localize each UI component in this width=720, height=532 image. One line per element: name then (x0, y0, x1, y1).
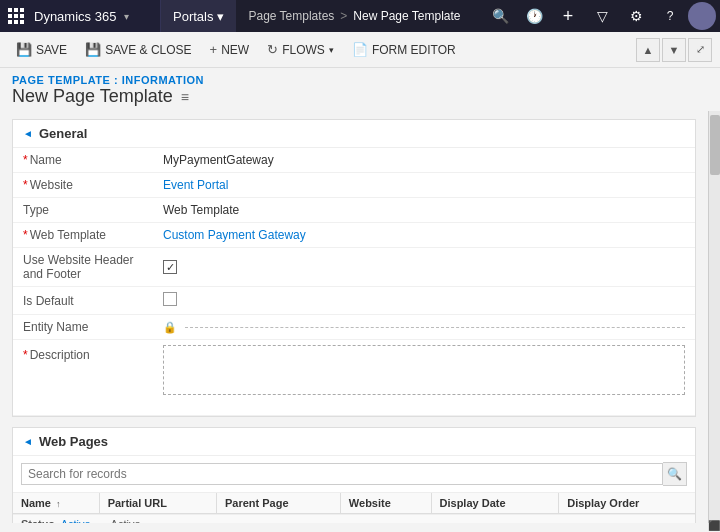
page-header: PAGE TEMPLATE : INFORMATION New Page Tem… (0, 68, 720, 111)
status-row: Status Active Active (13, 514, 695, 523)
page-title-row: New Page Template ≡ (12, 86, 708, 107)
type-value: Web Template (163, 203, 239, 217)
web-pages-title: Web Pages (39, 434, 108, 449)
field-name-row: *Name MyPaymentGateway (13, 148, 695, 173)
new-icon: + (210, 42, 218, 57)
web-template-link[interactable]: Custom Payment Gateway (163, 228, 306, 242)
page-title: New Page Template (12, 86, 173, 107)
add-nav-icon[interactable]: + (552, 0, 584, 32)
field-type-row: Type Web Template (13, 198, 695, 223)
required-star: * (23, 153, 28, 167)
save-close-button[interactable]: 💾 SAVE & CLOSE (77, 36, 199, 64)
main-content: ◄ General *Name MyPaymentGateway (0, 111, 720, 523)
history-nav-icon[interactable]: 🕐 (518, 0, 550, 32)
breadcrumb-page-templates[interactable]: Page Templates (248, 9, 334, 23)
general-section-arrow: ◄ (23, 128, 33, 139)
field-description-value (153, 340, 695, 416)
flows-button[interactable]: ↻ FLOWS ▾ (259, 36, 342, 64)
website-link[interactable]: Event Portal (163, 178, 228, 192)
portals-label: Portals (173, 9, 213, 24)
field-entity-name-label: Entity Name (13, 315, 153, 340)
col-display-date-label: Display Date (440, 497, 506, 509)
app-name: Dynamics 365 (34, 9, 116, 24)
general-section-header[interactable]: ◄ General (13, 120, 695, 148)
col-display-order-header[interactable]: Display Order (559, 493, 695, 514)
description-textarea[interactable] (163, 345, 685, 395)
app-launcher[interactable]: Dynamics 365 ▾ (0, 0, 160, 32)
breadcrumb-current: New Page Template (353, 9, 460, 23)
new-label: NEW (221, 43, 249, 57)
expand-button[interactable]: ⤢ (688, 38, 712, 62)
nav-right-icons: 🔍 🕐 + ▽ ⚙ ? (484, 0, 720, 32)
web-pages-header[interactable]: ◄ Web Pages (13, 428, 695, 456)
filter-nav-icon[interactable]: ▽ (586, 0, 618, 32)
field-web-template-label: *Web Template (13, 223, 153, 248)
form-editor-label: FORM EDITOR (372, 43, 456, 57)
field-header-footer-value: ✓ (153, 248, 695, 287)
save-button[interactable]: 💾 SAVE (8, 36, 75, 64)
web-pages-section: ◄ Web Pages 🔍 Name ↑ Partial URL (12, 427, 696, 523)
search-button[interactable]: 🔍 (663, 462, 687, 486)
field-description-row: *Description (13, 340, 695, 416)
user-avatar[interactable] (688, 2, 716, 30)
entity-type-prefix: PAGE TEMPLATE : (12, 74, 122, 86)
breadcrumb-separator: > (340, 9, 347, 23)
field-website-label: *Website (13, 173, 153, 198)
portals-chevron: ▾ (217, 9, 224, 24)
field-web-template-value: Custom Payment Gateway (153, 223, 695, 248)
field-name-label: *Name (13, 148, 153, 173)
col-parent-page-header[interactable]: Parent Page (216, 493, 340, 514)
col-name-header[interactable]: Name ↑ (13, 493, 99, 514)
new-button[interactable]: + NEW (202, 36, 258, 64)
name-value: MyPaymentGateway (163, 153, 274, 167)
field-type-value: Web Template (153, 198, 695, 223)
field-description-label: *Description (13, 340, 153, 416)
field-entity-name-value: 🔒 (153, 315, 695, 340)
col-parent-page-label: Parent Page (225, 497, 289, 509)
field-website-value: Event Portal (153, 173, 695, 198)
settings-nav-icon[interactable]: ⚙ (620, 0, 652, 32)
header-footer-checkbox[interactable]: ✓ (163, 260, 177, 274)
required-star-4: * (23, 348, 28, 362)
scroll-track[interactable] (708, 111, 720, 523)
entity-name-row: 🔒 (163, 321, 685, 334)
col-website-header[interactable]: Website (340, 493, 431, 514)
portals-menu[interactable]: Portals ▾ (160, 0, 236, 32)
field-is-default-value (153, 287, 695, 315)
field-header-footer-row: Use Website Header and Footer ✓ (13, 248, 695, 287)
web-pages-arrow: ◄ (23, 436, 33, 447)
field-header-footer-label: Use Website Header and Footer (13, 248, 153, 287)
save-close-icon: 💾 (85, 42, 101, 57)
col-display-date-header[interactable]: Display Date (431, 493, 559, 514)
col-partial-url-label: Partial URL (108, 497, 167, 509)
resize-handle[interactable]: ⬛ (708, 518, 720, 532)
nav-up-button[interactable]: ▲ (636, 38, 660, 62)
scroll-thumb[interactable] (710, 115, 720, 175)
breadcrumb: Page Templates > New Page Template (236, 9, 472, 23)
required-star-3: * (23, 228, 28, 242)
flows-label: FLOWS (282, 43, 325, 57)
search-nav-icon[interactable]: 🔍 (484, 0, 516, 32)
form-editor-button[interactable]: 📄 FORM EDITOR (344, 36, 464, 64)
entity-type-highlight: INFORMATION (122, 74, 204, 86)
col-name-label: Name (21, 497, 51, 509)
is-default-checkbox[interactable] (163, 292, 177, 306)
nav-down-button[interactable]: ▼ (662, 38, 686, 62)
save-icon: 💾 (16, 42, 32, 57)
entity-name-field[interactable] (185, 327, 685, 328)
top-nav-bar: Dynamics 365 ▾ Portals ▾ Page Templates … (0, 0, 720, 32)
page-menu-icon[interactable]: ≡ (181, 89, 189, 105)
general-section-title: General (39, 126, 87, 141)
field-website-row: *Website Event Portal (13, 173, 695, 198)
col-display-order-label: Display Order (567, 497, 639, 509)
field-is-default-row: Is Default (13, 287, 695, 315)
help-nav-icon[interactable]: ? (654, 0, 686, 32)
col-partial-url-header[interactable]: Partial URL (99, 493, 216, 514)
lock-icon: 🔒 (163, 321, 177, 334)
form-editor-icon: 📄 (352, 42, 368, 57)
search-input[interactable] (21, 463, 663, 485)
sort-name-icon: ↑ (56, 499, 61, 509)
save-label: SAVE (36, 43, 67, 57)
waffle-icon (8, 8, 24, 24)
field-name-value: MyPaymentGateway (153, 148, 695, 173)
